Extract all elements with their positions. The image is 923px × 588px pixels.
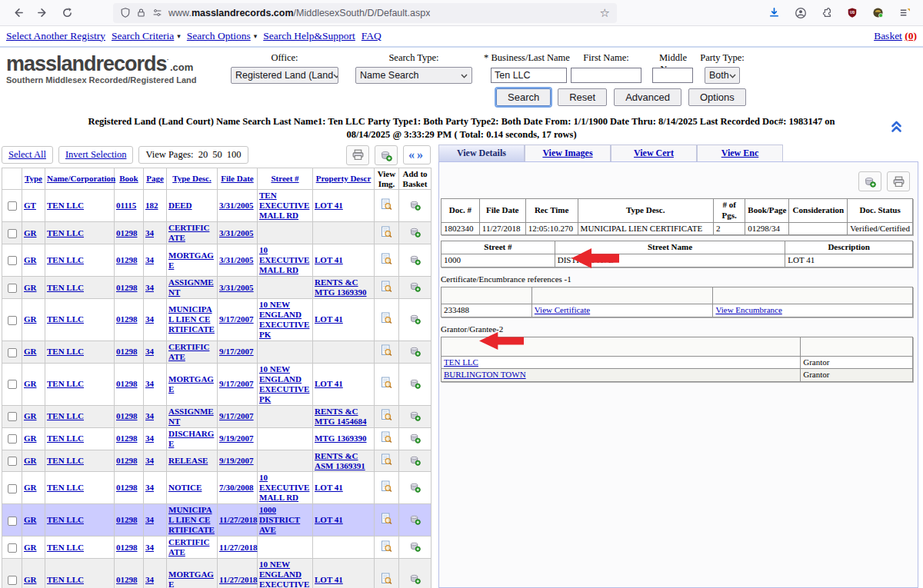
basket-link[interactable]: Basket (0) [874,30,917,42]
record-cell-link[interactable]: 34 [145,411,154,420]
view-pages-option[interactable]: 100 [227,149,242,160]
view-image-icon[interactable] [381,480,392,493]
record-cell-link[interactable]: 11/27/2018 [219,515,258,524]
record-cell-link[interactable]: DISCHARGE [168,429,214,448]
permissions-icon[interactable] [152,8,163,18]
view-image-icon[interactable] [381,253,392,265]
column-sort-link[interactable]: Property Descr [316,174,372,183]
record-cell-link[interactable]: 34 [145,347,154,356]
record-cell-link[interactable]: 10 NEW ENGLAND EXECUTIVE PK [259,560,309,588]
record-cell-link[interactable]: 01298 [116,283,138,292]
record-cell-link[interactable]: ASSIGNMENT [168,407,214,426]
record-cell-link[interactable]: 01298 [116,543,138,552]
first-page-button[interactable]: « [408,148,417,161]
party-type-select[interactable]: Both [705,67,740,84]
record-cell-link[interactable]: 3/31/2005 [219,283,254,292]
record-cell-link[interactable]: 01298 [116,434,138,443]
record-cell-link[interactable]: GR [24,434,37,443]
record-cell-link[interactable]: ASSIGNMENT [168,277,214,297]
record-cell-link[interactable]: 34 [145,515,154,524]
add-to-basket-icon[interactable] [409,199,421,211]
record-cell-link[interactable]: 7/30/2008 [219,483,254,492]
shield-icon[interactable] [120,7,131,18]
menu-icon[interactable] [898,7,911,18]
record-cell-link[interactable]: 01298 [116,483,138,492]
basket-label[interactable]: Basket [874,30,902,42]
add-to-basket-icon[interactable] [409,226,421,238]
nav-link[interactable]: Search Options [187,30,251,42]
column-sort-link[interactable]: Name/Corporation [47,174,115,183]
record-cell-link[interactable]: CERTIFICATE [168,223,209,242]
tab-view-cert[interactable]: View Cert [611,145,697,161]
record-cell-link[interactable]: CERTIFICATE [168,537,209,556]
record-cell-link[interactable]: TEN LLC [47,379,84,388]
first-name-field[interactable] [571,68,641,83]
options-button[interactable]: Options [688,88,746,106]
record-cell-link[interactable]: GR [24,283,37,292]
row-checkbox[interactable] [8,201,17,211]
view-encumbrance-link[interactable]: View Encumbrance [715,305,781,314]
view-image-icon[interactable] [381,312,392,324]
add-to-basket-icon[interactable] [409,481,421,493]
tab-label[interactable]: View Enc [721,148,759,159]
record-cell-link[interactable]: RENTS &C MTG 1454684 [315,407,367,426]
record-cell-link[interactable]: MORTGAGE [168,374,214,394]
view-image-icon[interactable] [381,198,392,211]
record-cell-link[interactable]: 34 [145,575,154,584]
record-cell-link[interactable]: TEN LLC [47,228,84,238]
view-image-icon[interactable] [381,377,392,389]
add-to-basket-icon[interactable] [409,377,421,389]
nav-link[interactable]: Select Another Registry [6,30,105,42]
row-checkbox[interactable] [8,412,17,421]
view-image-icon[interactable] [381,573,392,585]
record-cell-link[interactable]: TEN EXECUTIVE MALL RD [259,191,309,220]
record-cell-link[interactable]: TEN LLC [47,456,84,465]
add-to-basket-icon[interactable] [409,513,421,525]
record-cell-link[interactable]: MUNICIPAL LIEN CERTIFICATE [168,505,215,534]
search-type-select[interactable]: Name Search [355,67,472,84]
record-cell-link[interactable]: 11/27/2018 [219,543,258,552]
row-checkbox[interactable] [8,229,17,238]
column-sort-link[interactable]: Type [25,174,42,183]
view-image-icon[interactable] [381,409,392,421]
record-cell-link[interactable]: RELEASE [168,456,208,465]
add-to-basket-icon[interactable] [409,410,421,421]
nav-link[interactable]: Search Help&Support [263,30,355,42]
forward-icon[interactable] [37,7,48,18]
record-cell-link[interactable]: NOTICE [168,483,202,492]
record-cell-link[interactable]: 3/31/2005 [219,201,254,210]
row-checkbox[interactable] [8,576,17,585]
grantor-name-link[interactable]: BURLINGTON TOWN [444,370,526,379]
record-cell-link[interactable]: 9/17/2007 [219,411,254,420]
column-sort-link[interactable]: Type Desc. [172,174,212,183]
add-to-basket-icon[interactable] [409,313,421,324]
tab-view-details[interactable]: View Details [438,145,525,161]
view-image-icon[interactable] [381,431,392,443]
add-to-basket-icon[interactable] [409,281,421,292]
record-cell-link[interactable]: 9/17/2007 [219,379,254,388]
view-image-icon[interactable] [381,344,392,357]
record-cell-link[interactable]: GR [24,575,37,584]
reload-icon[interactable] [62,7,73,18]
view-image-icon[interactable] [381,513,392,525]
view-image-icon[interactable] [381,453,392,466]
record-cell-link[interactable]: GT [24,201,36,210]
record-cell-link[interactable]: 10 NEW ENGLAND EXECUTIVE PK [259,364,309,404]
column-sort-link[interactable]: Page [146,174,164,183]
record-cell-link[interactable]: 01298 [116,314,138,324]
view-pages-option[interactable]: 20 [198,149,208,160]
record-cell-link[interactable]: GR [24,228,37,238]
column-sort-link[interactable]: File Date [221,174,253,183]
record-cell-link[interactable]: CERTIFICATE [168,342,209,361]
record-cell-link[interactable]: 01298 [116,575,138,584]
record-cell-link[interactable]: GR [24,515,37,524]
record-cell-link[interactable]: LOT 41 [315,515,343,524]
record-cell-link[interactable]: LOT 41 [315,201,343,210]
record-cell-link[interactable]: RENTS &C ASM 1369391 [315,451,365,470]
nav-link[interactable]: Search Criteria [112,30,174,42]
record-cell-link[interactable]: TEN LLC [47,434,84,443]
add-to-basket-icon[interactable] [409,432,421,443]
record-cell-link[interactable]: 34 [145,255,154,264]
row-checkbox[interactable] [8,348,17,357]
print-doc-button[interactable] [887,171,910,191]
